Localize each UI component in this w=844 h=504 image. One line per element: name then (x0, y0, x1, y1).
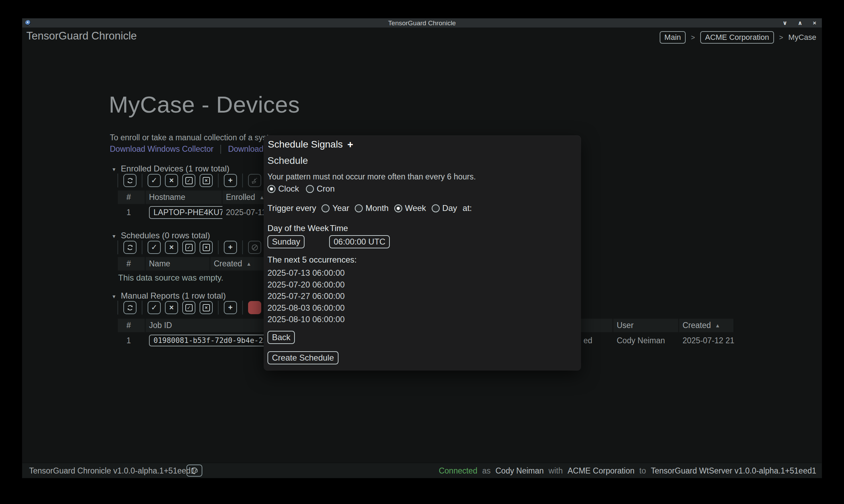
select-all-button[interactable]: ✓ (182, 174, 195, 187)
table-header-row: # Name Created▲ (118, 257, 280, 271)
deselect-button[interactable]: × (165, 241, 178, 254)
column-header-user: User (613, 319, 679, 332)
connected-badge: Connected (439, 466, 477, 476)
status-text-fragment: ed (583, 336, 592, 345)
radio-clock[interactable]: Clock (267, 184, 299, 194)
enroll-device-button[interactable] (248, 174, 261, 187)
theme-button[interactable] (186, 465, 202, 477)
occurrences-list: 2025-07-13 06:00:00 2025-07-20 06:00:00 … (267, 267, 345, 325)
window-minimize-button[interactable]: ∨ (782, 20, 787, 26)
collapse-icon[interactable]: ▼ (112, 293, 116, 299)
toolbar-divider (142, 301, 142, 315)
column-header-name: Name (146, 257, 210, 271)
refresh-button[interactable] (123, 301, 137, 314)
select-button[interactable]: ✓ (148, 174, 161, 187)
cross-icon: × (169, 243, 174, 252)
window-close-button[interactable]: × (813, 20, 816, 26)
schedule-mode-radio-group: Clock Cron (267, 184, 335, 194)
occurrences-label: The next 5 occurrences: (267, 255, 357, 265)
create-schedule-button[interactable]: Create Schedule (267, 351, 339, 364)
occurrence-item: 2025-08-10 06:00:00 (267, 313, 345, 325)
breadcrumb-item-organization[interactable]: ACME Corporation (700, 31, 774, 44)
collapse-icon[interactable]: ▼ (112, 166, 116, 172)
refresh-button[interactable] (123, 174, 137, 187)
add-report-button[interactable]: + (224, 301, 237, 314)
radio-day[interactable]: Day (432, 203, 457, 213)
radio-month[interactable]: Month (355, 203, 389, 213)
cross-icon: × (169, 303, 174, 312)
app-header-title: TensorGuard Chronicle (26, 30, 137, 42)
connected-organization: ACME Corporation (568, 466, 634, 476)
toolbar-divider (142, 240, 142, 254)
toolbar-divider (218, 240, 219, 254)
collapse-icon[interactable]: ▼ (112, 232, 116, 239)
section-title: Enrolled Devices (1 row total) (121, 164, 229, 174)
report-created: 2025-07-12 21: (679, 336, 734, 345)
deselect-all-button[interactable]: × (200, 174, 213, 187)
trigger-frequency-row: Trigger every Year Month Week Day at: (267, 203, 472, 213)
status-bar: TensorGuard Chronicle v1.0.0-alpha.1+51e… (22, 463, 822, 478)
radio-selected-icon (394, 204, 402, 212)
select-all-button[interactable]: ✓ (182, 301, 195, 314)
schedules-toolbar: ✓ × ✓ × + (114, 240, 263, 254)
refresh-icon (126, 304, 134, 312)
danger-action-button[interactable] (248, 301, 261, 314)
hostname-button[interactable]: LAPTOP-PHE4KU7P (149, 206, 222, 219)
job-id-button[interactable]: 01980081-b53f-72d0-9b4e-23cc (149, 335, 281, 346)
occurrence-item: 2025-07-27 06:00:00 (267, 290, 345, 302)
window-maximize-button[interactable]: ∧ (798, 20, 802, 26)
radio-selected-icon (267, 185, 275, 193)
connection-status: Connected as Cody Neiman with ACME Corpo… (439, 466, 816, 476)
radio-year[interactable]: Year (322, 203, 349, 213)
window-controls: ∨ ∧ × (782, 18, 816, 28)
select-button[interactable]: ✓ (148, 301, 161, 314)
plus-icon: + (228, 303, 233, 312)
column-header-num: # (118, 191, 146, 204)
back-button[interactable]: Back (267, 331, 295, 344)
deselect-all-button[interactable]: × (200, 241, 213, 254)
intro-text: To enroll or take a manual collection of… (110, 133, 269, 142)
radio-unselected-icon (432, 204, 440, 212)
download-windows-collector-link[interactable]: Download Windows Collector (110, 144, 213, 154)
deselect-button[interactable]: × (165, 301, 178, 314)
breadcrumb: Main > ACME Corporation > MyCase (660, 31, 816, 44)
deselect-button[interactable]: × (165, 174, 178, 187)
select-all-button[interactable]: ✓ (182, 241, 195, 254)
row-number: 1 (118, 336, 146, 345)
with-label: with (548, 466, 563, 476)
toolbar-divider (117, 174, 118, 187)
time-select[interactable]: 06:00:00 UTC (329, 235, 390, 248)
column-header-num: # (118, 257, 146, 271)
day-of-week-select[interactable]: Sunday (267, 235, 305, 248)
radio-unselected-icon (355, 204, 363, 212)
day-of-week-label: Day of the Week (267, 223, 329, 233)
chevron-down-icon: ∨ (782, 20, 787, 26)
toolbar-divider (117, 301, 118, 315)
disable-schedule-button[interactable] (248, 241, 261, 254)
deselect-all-button[interactable]: × (200, 301, 213, 314)
column-header-created[interactable]: Created▲ (679, 319, 734, 332)
download-second-collector-link[interactable]: Download (228, 144, 263, 154)
refresh-icon (126, 177, 134, 185)
breadcrumb-item-main[interactable]: Main (660, 31, 686, 44)
breadcrumb-separator: > (691, 34, 695, 42)
section-title: Manual Reports (1 row total) (121, 291, 226, 301)
radio-cron[interactable]: Cron (306, 184, 335, 194)
add-device-button[interactable]: + (224, 174, 237, 187)
add-schedule-button[interactable]: + (224, 241, 237, 254)
column-header-num: # (118, 319, 146, 332)
modal-title: Schedule Signals + (268, 138, 353, 150)
breadcrumb-item-current: MyCase (788, 33, 816, 42)
checkbox-cross-icon: × (203, 304, 210, 311)
select-button[interactable]: ✓ (148, 241, 161, 254)
refresh-button[interactable] (123, 241, 137, 254)
plus-icon: + (228, 243, 233, 252)
empty-table-message: This data source was empty. (118, 273, 223, 283)
link-divider (220, 145, 221, 154)
chevron-up-icon: ∧ (798, 20, 802, 26)
toolbar-divider (242, 174, 243, 187)
toolbar-divider (242, 240, 243, 254)
radio-week[interactable]: Week (394, 203, 426, 213)
dove-icon (251, 177, 259, 185)
breadcrumb-separator: > (779, 34, 783, 42)
